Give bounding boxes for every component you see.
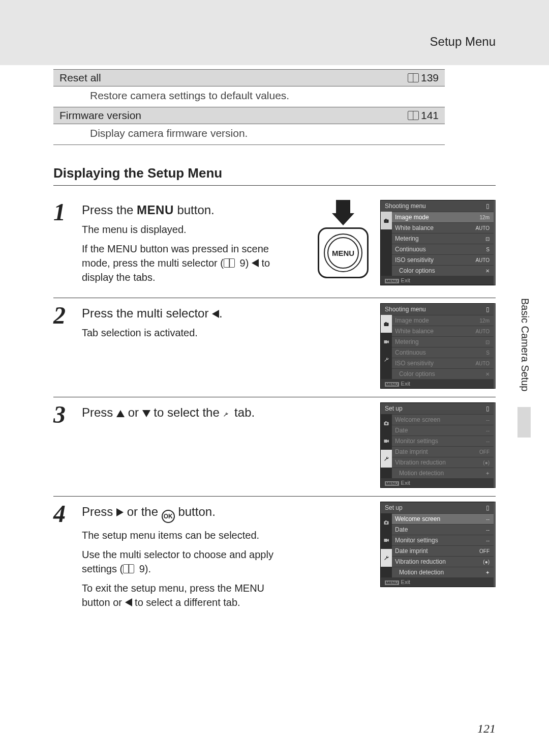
lcd-row: Motion detection✦ (392, 468, 494, 478)
lcd-row-value: 12m (480, 318, 490, 324)
menu-item-name: Reset all (53, 70, 372, 86)
menu-item-pageref: 141 (372, 107, 445, 124)
lcd-row-value: AUTO (475, 257, 490, 263)
lcd-row-value: ⊡ (485, 236, 490, 242)
lcd-row: Monitor settings-- (392, 435, 494, 446)
book-icon (408, 111, 419, 120)
lcd-row-label: Color options (395, 267, 435, 274)
lcd-row: Vibration reduction(●) (392, 556, 494, 567)
lcd-row-value: ✦ (485, 570, 490, 575)
lcd-row: Metering⊡ (392, 336, 494, 347)
svg-rect-5 (385, 322, 387, 323)
step-text: If the MENU button was pressed in scene … (82, 242, 285, 284)
lcd-row: Image mode12m (392, 212, 494, 222)
triangle-left-icon (212, 310, 219, 318)
step-text: Tab selection is activated. (82, 326, 285, 340)
svg-point-4 (385, 323, 387, 325)
step-2: 2Press the multi selector .Tab selection… (53, 298, 496, 397)
step-text: Use the multi selector to choose and app… (82, 547, 285, 576)
lcd-tab-camera (381, 414, 392, 432)
section-separator (53, 185, 496, 186)
menu-item-pageref: 139 (372, 70, 445, 86)
lcd-row-label: Vibration reduction (395, 459, 446, 466)
lcd-row-value: S (486, 247, 490, 252)
lcd-row: Welcome screen-- (392, 513, 494, 524)
step-number: 3 (53, 402, 75, 488)
lcd-row: White balanceAUTO (392, 222, 494, 233)
step-heading: Press or to select the tab. (82, 405, 373, 420)
lcd-list: Image mode12mWhite balanceAUTOMetering⊡C… (392, 315, 494, 379)
lcd-row-label: ISO sensitivity (395, 256, 434, 264)
lcd-row-label: Date (395, 427, 408, 434)
lcd-row-value: -- (486, 439, 490, 444)
lcd-row-label: White balance (395, 328, 434, 335)
svg-point-1 (385, 220, 387, 222)
lcd-row-label: Date imprint (395, 448, 428, 455)
lcd-row-label: Continuous (395, 349, 426, 356)
lcd-row-value: -- (486, 417, 490, 423)
lcd-row-label: Monitor settings (395, 537, 438, 544)
svg-rect-10 (384, 440, 388, 443)
step-heading: Press the multi selector . (82, 306, 373, 321)
lcd-tab-strip (381, 315, 392, 379)
lcd-row-label: Welcome screen (395, 515, 440, 522)
lcd-row-value: OFF (479, 449, 490, 455)
step-3: 3Press or to select the tab.Set up▯Welco… (53, 397, 496, 497)
lcd-row-label: Metering (395, 338, 419, 345)
lcd-row-label: Image mode (395, 214, 429, 221)
lcd-tab-movie (381, 432, 392, 450)
triangle-left-icon (125, 598, 132, 606)
lcd-tab-wrench (381, 549, 392, 567)
lcd-row-value: -- (486, 538, 490, 543)
svg-point-12 (385, 521, 387, 524)
lcd-tab-movie (381, 333, 392, 351)
lcd-row-label: Vibration reduction (395, 558, 446, 565)
lcd-row-value: ⊡ (485, 339, 490, 345)
section-heading: Displaying the Setup Menu (53, 165, 496, 181)
ok-button-icon: OK (162, 510, 175, 523)
lcd-row-value: OFF (479, 548, 490, 554)
lcd-row: Color options✕ (392, 265, 494, 276)
lcd-title: Shooting menu▯ (381, 200, 494, 212)
lcd-list: Welcome screen--Date--Monitor settings--… (392, 513, 494, 577)
lcd-row-value: ✦ (485, 471, 490, 476)
page-number: 121 (477, 722, 496, 736)
lcd-row: White balanceAUTO (392, 326, 494, 336)
lcd-row: Motion detection✦ (392, 567, 494, 577)
svg-rect-6 (384, 340, 388, 343)
lcd-row-label: Image mode (395, 317, 429, 324)
menu-item-desc: Restore camera settings to default value… (53, 86, 445, 107)
lcd-row-label: Motion detection (395, 470, 444, 477)
lcd-row: Date imprintOFF (392, 545, 494, 556)
step-number: 2 (53, 303, 75, 389)
triangle-left-icon (252, 259, 259, 267)
lcd-row: Monitor settings-- (392, 535, 494, 545)
lcd-row: Image mode12m (392, 315, 494, 326)
svg-rect-14 (384, 539, 388, 542)
lcd-exit-row: MENUExit (381, 577, 494, 587)
step-illustration: MENUShooting menu▯Image mode12mWhite bal… (315, 200, 496, 289)
book-icon (123, 564, 134, 573)
lcd-tab-movie (381, 531, 392, 549)
lcd-row-label: ISO sensitivity (395, 360, 434, 367)
lcd-row-label: Continuous (395, 246, 426, 253)
lcd-row-value: (●) (483, 460, 490, 466)
menu-button-label: MENU (332, 249, 354, 257)
lcd-list: Welcome screen--Date--Monitor settings--… (392, 414, 494, 478)
book-icon (408, 73, 419, 82)
lcd-screenshot: Set up▯Welcome screen--Date--Monitor set… (380, 502, 496, 587)
lcd-row: ISO sensitivityAUTO (392, 358, 494, 368)
lcd-row: Date-- (392, 425, 494, 435)
lcd-row: ContinuousS (392, 347, 494, 358)
setup-menu-table: Reset all139Restore camera settings to d… (53, 69, 445, 145)
page-title: Setup Menu (53, 35, 496, 49)
lcd-screenshot: Set up▯Welcome screen--Date--Monitor set… (380, 402, 496, 488)
lcd-row: Date-- (392, 524, 494, 535)
lcd-row-value: 12m (480, 215, 490, 220)
lcd-row: ContinuousS (392, 244, 494, 254)
lcd-tab-strip (381, 414, 392, 478)
lcd-row: Metering⊡ (392, 233, 494, 244)
side-tab-label: Basic Camera Setup (519, 298, 531, 391)
step-text: To exit the setup menu, press the MENU b… (82, 581, 285, 609)
svg-rect-2 (385, 219, 387, 220)
